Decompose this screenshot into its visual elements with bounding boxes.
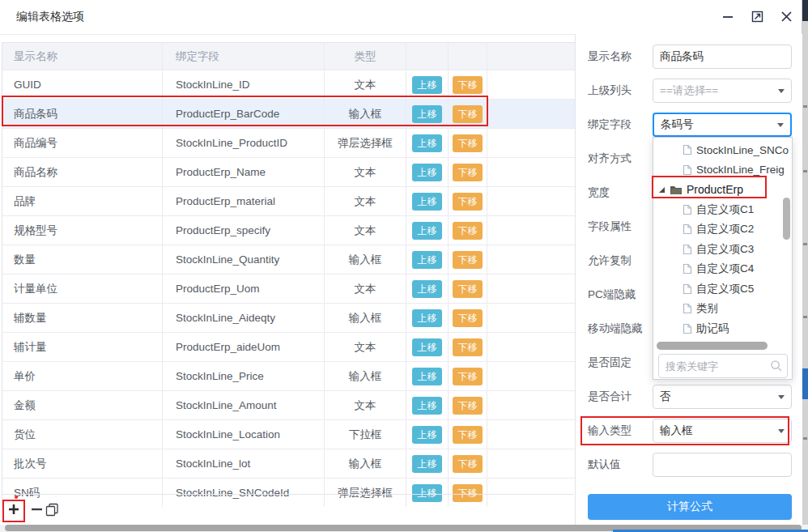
move-down-button[interactable]: 下移 bbox=[453, 338, 483, 356]
move-up-button[interactable]: 上移 bbox=[412, 251, 442, 269]
input-type-label: 输入类型 bbox=[588, 419, 653, 443]
display-name-input[interactable] bbox=[653, 45, 792, 69]
calc-formula-button[interactable]: 计算公式 bbox=[588, 494, 792, 520]
file-icon bbox=[683, 283, 692, 295]
table-row[interactable]: 辅数量 StockInLine_Aideqty 输入框 上移 下移 bbox=[2, 303, 575, 332]
move-down-button[interactable]: 下移 bbox=[453, 368, 483, 385]
remove-row-button[interactable] bbox=[31, 503, 43, 519]
minimize-button[interactable] bbox=[719, 6, 737, 26]
move-up-button[interactable]: 上移 bbox=[412, 397, 442, 415]
move-down-button[interactable]: 下移 bbox=[453, 397, 483, 415]
tree-item-label: 类别 bbox=[696, 301, 718, 316]
tree-item[interactable]: 自定义项C5 bbox=[653, 279, 792, 300]
move-up-button[interactable]: 上移 bbox=[412, 105, 442, 123]
tree-item[interactable]: 助记码 bbox=[653, 319, 792, 339]
table-row[interactable]: 商品名称 ProductErp_Name 文本 上移 下移 bbox=[2, 157, 575, 186]
row-spacer bbox=[487, 129, 575, 157]
row-bound-field: StockInLine_Amount bbox=[163, 391, 325, 419]
table-row[interactable]: 数量 StockInLine_Quantity 输入框 上移 下移 bbox=[2, 245, 575, 274]
row-bound-field: StockInLine_ProductID bbox=[163, 129, 325, 157]
table-row[interactable]: 商品编号 StockInLine_ProductID 弹层选择框 上移 下移 bbox=[2, 128, 575, 157]
move-up-button[interactable]: 上移 bbox=[412, 309, 442, 327]
minimize-icon bbox=[722, 11, 734, 22]
is-total-select[interactable]: 否 bbox=[653, 385, 792, 409]
move-down-button[interactable]: 下移 bbox=[453, 164, 483, 181]
table-row[interactable]: 批次号 StockInLine_lot 输入框 上移 下移 bbox=[2, 449, 575, 478]
row-display-name: 金额 bbox=[2, 391, 163, 419]
move-up-button[interactable]: 上移 bbox=[412, 280, 442, 298]
copy-row-button[interactable] bbox=[45, 503, 59, 520]
bound-field-select[interactable]: 条码号 bbox=[653, 113, 792, 137]
move-up-button[interactable]: 上移 bbox=[412, 193, 442, 211]
move-down-button[interactable]: 下移 bbox=[453, 134, 483, 152]
mobile-hidden-label: 移动端隐藏 bbox=[588, 317, 653, 341]
move-down-button[interactable]: 下移 bbox=[453, 426, 483, 444]
tree-horizontal-scrollbar[interactable] bbox=[657, 342, 768, 350]
tree-item[interactable]: 自定义项C4 bbox=[653, 259, 792, 279]
field-tree: StockInLine_SNCo StockInLine_Freig Produ… bbox=[653, 140, 792, 338]
move-up-button[interactable]: 上移 bbox=[412, 368, 442, 385]
add-row-button[interactable] bbox=[7, 503, 20, 519]
row-spacer bbox=[487, 420, 575, 449]
tree-item[interactable]: 自定义项C1 bbox=[653, 200, 792, 220]
move-up-button[interactable]: 上移 bbox=[412, 455, 442, 473]
table-row[interactable]: 计量单位 ProductErp_Uom 文本 上移 下移 bbox=[2, 274, 575, 303]
row-bound-field: StockInLine_Aideqty bbox=[163, 304, 325, 332]
is-total-value: 否 bbox=[660, 389, 671, 404]
table-row[interactable]: 规格型号 ProductErp_specify 文本 上移 下移 bbox=[2, 215, 575, 245]
tree-item[interactable]: 自定义项C2 bbox=[653, 219, 792, 240]
move-down-button[interactable]: 下移 bbox=[453, 280, 483, 298]
input-type-value: 输入框 bbox=[660, 423, 693, 438]
input-type-select[interactable]: 输入框 bbox=[653, 419, 792, 443]
row-display-name: 单价 bbox=[2, 362, 163, 390]
move-down-button[interactable]: 下移 bbox=[453, 222, 483, 240]
header-spacer bbox=[487, 43, 575, 70]
close-button[interactable] bbox=[777, 6, 795, 26]
parent-header-select[interactable]: ==请选择== bbox=[653, 79, 792, 103]
row-display-name: 商品名称 bbox=[2, 158, 163, 186]
table-row[interactable]: 货位 StockInLine_Location 下拉框 上移 下移 bbox=[2, 419, 575, 449]
move-down-button[interactable]: 下移 bbox=[453, 105, 483, 123]
move-down-button[interactable]: 下移 bbox=[453, 455, 483, 473]
file-icon bbox=[683, 144, 692, 155]
table-row[interactable]: GUID StockInLine_ID 文本 上移 下移 bbox=[2, 70, 575, 99]
header-bound-field: 绑定字段 bbox=[163, 43, 325, 70]
move-up-button[interactable]: 上移 bbox=[412, 222, 442, 240]
tree-item[interactable]: 自定义项C3 bbox=[653, 240, 792, 260]
row-bound-field: ProductErp_Uom bbox=[163, 275, 325, 303]
default-value-input[interactable] bbox=[653, 453, 792, 477]
table-row[interactable]: 品牌 ProductErp_material 文本 上移 下移 bbox=[2, 186, 575, 215]
tree-vertical-scrollbar[interactable] bbox=[783, 198, 790, 240]
move-up-button[interactable]: 上移 bbox=[412, 338, 442, 356]
move-up-button[interactable]: 上移 bbox=[412, 76, 442, 94]
table-row[interactable]: 辅计量 ProductErp_aideUom 文本 上移 下移 bbox=[2, 332, 575, 361]
tree-item[interactable]: StockInLine_Freig bbox=[653, 160, 792, 181]
move-down-button[interactable]: 下移 bbox=[453, 193, 483, 211]
field-row-input-type: 输入类型 输入框 bbox=[576, 419, 802, 443]
tree-item-label: StockInLine_Freig bbox=[696, 164, 785, 176]
table-header-row: 显示名称 绑定字段 类型 bbox=[2, 43, 575, 70]
chevron-down-icon bbox=[778, 395, 785, 399]
window-controls bbox=[719, 6, 795, 26]
move-up-button[interactable]: 上移 bbox=[412, 426, 442, 444]
move-down-button[interactable]: 下移 bbox=[453, 76, 483, 94]
folder-icon bbox=[670, 185, 683, 195]
row-spacer bbox=[487, 187, 575, 215]
expand-arrow-icon[interactable] bbox=[658, 186, 666, 194]
table-row[interactable]: 金额 StockInLine_Amount 文本 上移 下移 bbox=[2, 390, 575, 419]
tree-item[interactable]: 类别 bbox=[653, 299, 792, 319]
background-fragment bbox=[803, 316, 807, 318]
tree-item[interactable]: StockInLine_SNCo bbox=[653, 140, 792, 160]
table-row[interactable]: 商品条码 ProductErp_BarCode 输入框 上移 下移 bbox=[2, 99, 575, 128]
field-row-default-value: 默认值 bbox=[576, 453, 802, 477]
tree-search-input[interactable] bbox=[658, 354, 788, 378]
row-spacer bbox=[487, 333, 575, 361]
move-up-button[interactable]: 上移 bbox=[412, 164, 442, 181]
maximize-button[interactable] bbox=[748, 6, 766, 26]
tree-item[interactable]: ProductErp bbox=[653, 180, 792, 200]
move-up-button[interactable]: 上移 bbox=[412, 134, 442, 152]
edit-table-options-dialog: 编辑表格选项 显示名称 绑定字段 类型 GUID S bbox=[0, 0, 802, 525]
move-down-button[interactable]: 下移 bbox=[453, 309, 483, 327]
table-row[interactable]: 单价 StockInLine_Price 输入框 上移 下移 bbox=[2, 361, 575, 390]
move-down-button[interactable]: 下移 bbox=[453, 251, 483, 269]
